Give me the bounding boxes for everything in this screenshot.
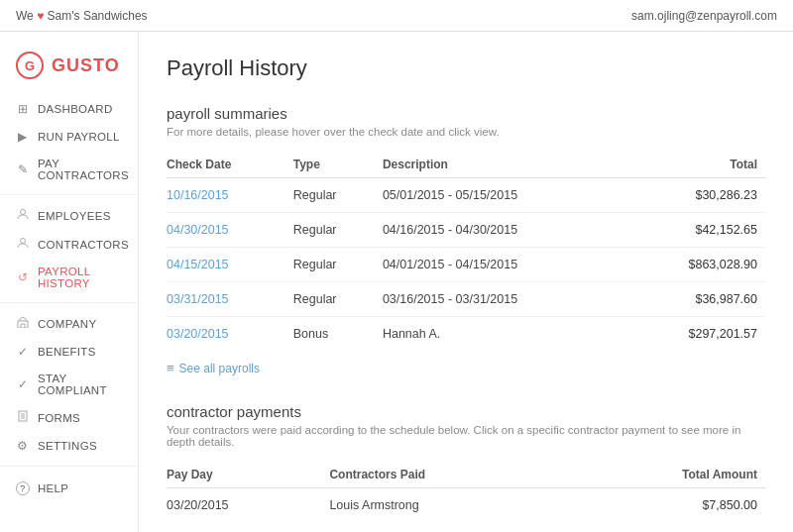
table-row[interactable]: 03/31/2015 Regular 03/16/2015 - 03/31/20… [167, 282, 765, 317]
cell-check-date: 03/20/2015 [167, 317, 293, 352]
cell-type: Regular [293, 282, 383, 317]
cell-check-date: 04/30/2015 [167, 213, 293, 248]
sidebar-item-label: SETTINGS [38, 440, 97, 452]
sidebar-item-label: COMPANY [38, 318, 96, 330]
cell-check-date: 04/15/2015 [167, 248, 293, 282]
sidebar-item-dashboard[interactable]: ⊞ DASHBOARD [0, 95, 138, 123]
topbar-company-info: We ♥ Sam's Sandwiches [16, 9, 148, 23]
benefits-icon: ✓ [16, 345, 30, 359]
logo-area: G GUSTO [0, 40, 138, 95]
nav-section-3: COMPANY ✓ BENEFITS ✓ STAY COMPLIANT FORM… [0, 309, 138, 460]
sidebar-item-payroll-history[interactable]: ↺ PAYROLL HISTORY [0, 259, 138, 296]
main-content: Payroll History payroll summaries For mo… [139, 32, 793, 532]
col-total-amount: Total Amount [571, 462, 765, 488]
col-total: Total [631, 152, 765, 178]
company-name: Sam's Sandwiches [48, 9, 148, 23]
sidebar-item-label: PAY CONTRACTORS [38, 158, 129, 181]
nav-section-1: ⊞ DASHBOARD ▶ RUN PAYROLL ✎ PAY CONTRACT… [0, 95, 138, 188]
sidebar-item-label: FORMS [38, 412, 80, 424]
payroll-summaries-table: Check Date Type Description Total 10/16/… [167, 152, 765, 351]
dashboard-icon: ⊞ [16, 102, 30, 116]
list-icon: ≡ [167, 361, 174, 375]
page-title: Payroll History [167, 55, 765, 81]
payroll-summaries-section: payroll summaries For more details, plea… [167, 105, 765, 375]
cell-check-date: 03/31/2015 [167, 282, 293, 317]
sidebar-item-contractors[interactable]: CONTRACTORS [0, 230, 138, 259]
pay-contractors-icon: ✎ [16, 162, 30, 176]
col-type: Type [293, 152, 383, 178]
sidebar-item-label: RUN PAYROLL [38, 131, 120, 143]
sidebar-item-stay-compliant[interactable]: ✓ STAY COMPLIANT [0, 366, 138, 403]
see-all-label: See all payrolls [179, 362, 260, 375]
contractors-icon [16, 237, 30, 252]
stay-compliant-icon: ✓ [16, 377, 30, 391]
see-all-payrolls-link[interactable]: ≡ See all payrolls [167, 361, 260, 375]
company-icon [16, 316, 30, 331]
logo-text: GUSTO [52, 55, 120, 76]
payroll-table-body: 10/16/2015 Regular 05/01/2015 - 05/15/20… [167, 178, 765, 352]
table-row[interactable]: 10/16/2015 Regular 05/01/2015 - 05/15/20… [167, 178, 765, 213]
cell-total: $30,286.23 [631, 178, 765, 213]
forms-icon [16, 410, 30, 425]
nav-divider-1 [0, 194, 138, 195]
cell-total: $863,028.90 [631, 248, 765, 282]
payroll-table-header: Check Date Type Description Total [167, 152, 765, 178]
sidebar-item-label: PAYROLL HISTORY [38, 266, 122, 289]
col-description: Description [383, 152, 631, 178]
sidebar-item-benefits[interactable]: ✓ BENEFITS [0, 338, 138, 366]
contractor-table-body: 03/20/2015 Louis Armstrong $7,850.00 [167, 488, 765, 523]
user-email: sam.ojling@zenpayroll.com [631, 9, 777, 23]
svg-point-1 [21, 239, 26, 244]
sidebar-item-company[interactable]: COMPANY [0, 309, 138, 338]
sidebar-item-employees[interactable]: EMPLOYEES [0, 201, 138, 230]
table-row[interactable]: 04/30/2015 Regular 04/16/2015 - 04/30/20… [167, 213, 765, 248]
col-contractors-paid: Contractors Paid [329, 462, 571, 488]
help-icon: ? [16, 481, 30, 495]
contractor-section-subtitle: Your contractors were paid according to … [167, 424, 765, 448]
svg-point-0 [21, 210, 26, 215]
sidebar-item-pay-contractors[interactable]: ✎ PAY CONTRACTORS [0, 151, 138, 188]
sidebar-item-run-payroll[interactable]: ▶ RUN PAYROLL [0, 123, 138, 151]
contractor-table-header: Pay Day Contractors Paid Total Amount [167, 462, 765, 488]
col-pay-day: Pay Day [167, 462, 329, 488]
nav-section-2: EMPLOYEES CONTRACTORS ↺ PAYROLL HISTORY [0, 201, 138, 296]
cell-type: Bonus [293, 317, 383, 352]
cell-total: $36,987.60 [631, 282, 765, 317]
topbar: We ♥ Sam's Sandwiches sam.ojling@zenpayr… [0, 0, 793, 32]
sidebar: G GUSTO ⊞ DASHBOARD ▶ RUN PAYROLL ✎ PAY … [0, 32, 139, 532]
nav-divider-3 [0, 466, 138, 467]
sidebar-item-label: CONTRACTORS [38, 239, 129, 251]
cell-contractors-paid: Louis Armstrong [329, 488, 571, 523]
payroll-section-subtitle: For more details, please hover over the … [167, 126, 765, 138]
col-check-date: Check Date [167, 152, 293, 178]
payroll-history-icon: ↺ [16, 270, 30, 284]
sidebar-item-label: DASHBOARD [38, 103, 113, 115]
contractor-payments-table: Pay Day Contractors Paid Total Amount 03… [167, 462, 765, 522]
cell-total-amount: $7,850.00 [571, 488, 765, 523]
cell-description: 04/01/2015 - 04/15/2015 [383, 248, 631, 282]
table-row[interactable]: 03/20/2015 Louis Armstrong $7,850.00 [167, 488, 765, 523]
cell-type: Regular [293, 248, 383, 282]
cell-type: Regular [293, 178, 383, 213]
table-row[interactable]: 04/15/2015 Regular 04/01/2015 - 04/15/20… [167, 248, 765, 282]
sidebar-item-label: HELP [38, 482, 68, 494]
employees-icon [16, 208, 30, 223]
sidebar-item-help[interactable]: ? HELP [0, 475, 138, 502]
run-payroll-icon: ▶ [16, 130, 30, 144]
settings-icon: ⚙ [16, 439, 30, 453]
sidebar-item-settings[interactable]: ⚙ SETTINGS [0, 432, 138, 460]
sidebar-item-label: EMPLOYEES [38, 210, 111, 222]
table-row[interactable]: 03/20/2015 Bonus Hannah A. $297,201.57 [167, 317, 765, 352]
cell-description: 03/16/2015 - 03/31/2015 [383, 282, 631, 317]
cell-type: Regular [293, 213, 383, 248]
heart-icon: ♥ [37, 9, 44, 23]
cell-total: $297,201.57 [631, 317, 765, 352]
sidebar-item-label: STAY COMPLIANT [38, 372, 122, 396]
cell-total: $42,152.65 [631, 213, 765, 248]
cell-pay-day: 03/20/2015 [167, 488, 329, 523]
cell-description: 05/01/2015 - 05/15/2015 [383, 178, 631, 213]
we-label: We [16, 9, 34, 23]
sidebar-item-forms[interactable]: FORMS [0, 403, 138, 432]
contractor-payments-section: contractor payments Your contractors wer… [167, 403, 765, 522]
cell-description: Hannah A. [383, 317, 631, 352]
